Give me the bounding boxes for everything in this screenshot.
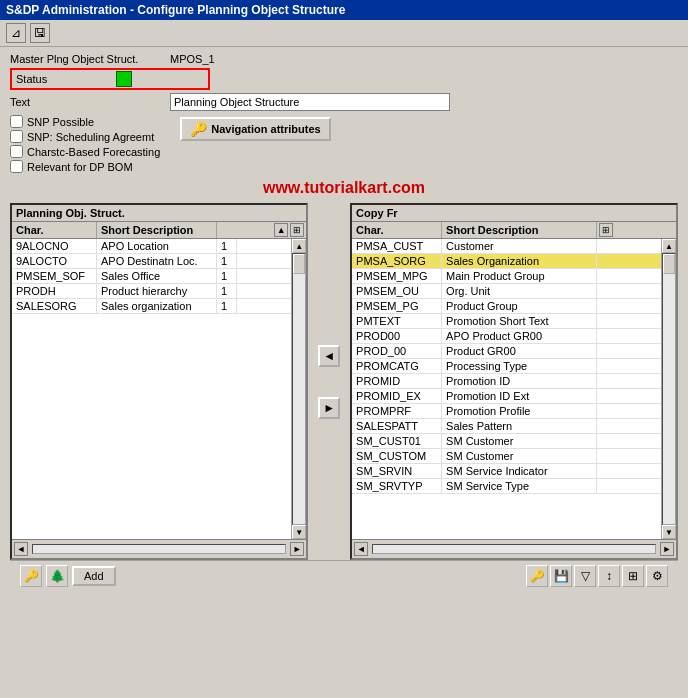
char-cell: 9ALOCTO: [12, 254, 97, 268]
bottom-tree-icon[interactable]: 🌲: [46, 565, 68, 587]
scroll-down-btn[interactable]: ▼: [292, 525, 306, 539]
right-panel: Copy Fr Char. Short Description ⊞: [350, 203, 678, 560]
checkboxes-section: SNP Possible SNP: Scheduling Agreemt Cha…: [10, 115, 160, 175]
bottom-key-icon[interactable]: 🔑: [20, 565, 42, 587]
table-row[interactable]: PROMID_EX Promotion ID Ext: [352, 389, 661, 404]
table-row[interactable]: 9ALOCTO APO Destinatn Loc. 1: [12, 254, 291, 269]
filter-icon[interactable]: ⊿: [6, 23, 26, 43]
right-scroll-thumb[interactable]: [663, 254, 675, 274]
right-arrow-btn[interactable]: ►: [318, 397, 340, 419]
left-h-scrollbar[interactable]: [32, 544, 286, 554]
right-scroll-track[interactable]: [662, 253, 676, 525]
right-footer-icon2[interactable]: ►: [660, 542, 674, 556]
table-row[interactable]: 9ALOCNO APO Location 1: [12, 239, 291, 254]
table-row[interactable]: SM_CUST01 SM Customer: [352, 434, 661, 449]
watermark: www.tutorialkart.com: [10, 179, 678, 197]
char-cell: PMSEM_MPG: [352, 269, 442, 283]
table-row[interactable]: SM_SRVTYP SM Service Type: [352, 479, 661, 494]
left-table-title: Planning Obj. Struct.: [12, 205, 306, 222]
master-row: Master Plng Object Struct. MPOS_1: [10, 53, 678, 65]
right-scroll-up-btn[interactable]: ▲: [662, 239, 676, 253]
char-cell: PMSEM_SOF: [12, 269, 97, 283]
desc-cell: SM Service Type: [442, 479, 597, 493]
main-content: Master Plng Object Struct. MPOS_1 Status…: [0, 47, 688, 597]
right-h-scrollbar[interactable]: [372, 544, 656, 554]
save-icon[interactable]: 🖫: [30, 23, 50, 43]
bottom-toolbar: 🔑 🌲 Add 🔑 💾 ▽ ↕ ⊞ ⚙: [10, 560, 678, 591]
relevant-dp-checkbox[interactable]: [10, 160, 23, 173]
num-cell: 1: [217, 254, 237, 268]
table-row[interactable]: PMSEM_SOF Sales Office 1: [12, 269, 291, 284]
left-table-body: 9ALOCNO APO Location 1 9ALOCTO APO Desti…: [12, 239, 306, 539]
add-button[interactable]: Add: [72, 566, 116, 586]
charstc-row: Charstc-Based Forecasting: [10, 145, 160, 158]
right-rows-container: PMSA_CUST Customer PMSA_SORG Sales Organ…: [352, 239, 661, 539]
left-panel: Planning Obj. Struct. Char. Short Descri…: [10, 203, 308, 560]
table-row[interactable]: SM_CUSTOM SM Customer: [352, 449, 661, 464]
nav-attributes-button[interactable]: 🔑 Navigation attributes: [180, 117, 330, 141]
table-row[interactable]: PMSEM_MPG Main Product Group: [352, 269, 661, 284]
char-cell: PMSA_SORG: [352, 254, 442, 268]
char-cell: PROD00: [352, 329, 442, 343]
status-indicator[interactable]: [116, 71, 132, 87]
table-row[interactable]: PRODH Product hierarchy 1: [12, 284, 291, 299]
char-cell: PROMPRF: [352, 404, 442, 418]
table-row[interactable]: PROMID Promotion ID: [352, 374, 661, 389]
bottom-key-icon2[interactable]: 🔑: [526, 565, 548, 587]
bottom-columns-icon[interactable]: ⊞: [622, 565, 644, 587]
left-header-desc: Short Description: [97, 222, 217, 238]
right-header-char: Char.: [352, 222, 442, 238]
bottom-filter-icon[interactable]: ▽: [574, 565, 596, 587]
bottom-settings-icon[interactable]: ⚙: [646, 565, 668, 587]
title-text: S&DP Administration - Configure Planning…: [6, 3, 345, 17]
table-row[interactable]: PROD_00 Product GR00: [352, 344, 661, 359]
snp-scheduling-checkbox[interactable]: [10, 130, 23, 143]
table-row[interactable]: PMSA_CUST Customer: [352, 239, 661, 254]
text-input[interactable]: [170, 93, 450, 111]
table-row[interactable]: PROMCATG Processing Type: [352, 359, 661, 374]
bottom-sort-icon[interactable]: ↕: [598, 565, 620, 587]
left-footer-icon1[interactable]: ◄: [14, 542, 28, 556]
charstc-checkbox[interactable]: [10, 145, 23, 158]
right-table-body: PMSA_CUST Customer PMSA_SORG Sales Organ…: [352, 239, 676, 539]
right-columns-icon[interactable]: ⊞: [599, 223, 613, 237]
left-footer-icon2[interactable]: ►: [290, 542, 304, 556]
table-row-selected[interactable]: PMSA_SORG Sales Organization: [352, 254, 661, 269]
table-row[interactable]: SM_SRVIN SM Service Indicator: [352, 464, 661, 479]
desc-cell: APO Product GR00: [442, 329, 597, 343]
desc-cell: Product hierarchy: [97, 284, 217, 298]
columns-icon[interactable]: ⊞: [290, 223, 304, 237]
status-row: Status: [10, 68, 210, 90]
middle-arrows: ◄ ►: [314, 203, 344, 560]
snp-possible-checkbox[interactable]: [10, 115, 23, 128]
scroll-track[interactable]: [292, 253, 306, 525]
table-row[interactable]: PROMPRF Promotion Profile: [352, 404, 661, 419]
desc-cell: SM Service Indicator: [442, 464, 597, 478]
title-bar: S&DP Administration - Configure Planning…: [0, 0, 688, 20]
right-scroll-down-btn[interactable]: ▼: [662, 525, 676, 539]
table-row[interactable]: SALESORG Sales organization 1: [12, 299, 291, 314]
table-row[interactable]: PMSEM_OU Org. Unit: [352, 284, 661, 299]
left-arrow-btn[interactable]: ◄: [318, 345, 340, 367]
right-scrollbar[interactable]: ▲ ▼: [661, 239, 676, 539]
right-footer-icon1[interactable]: ◄: [354, 542, 368, 556]
snp-scheduling-label: SNP: Scheduling Agreemt: [27, 131, 154, 143]
table-row[interactable]: PROD00 APO Product GR00: [352, 329, 661, 344]
table-row[interactable]: PMTEXT Promotion Short Text: [352, 314, 661, 329]
master-value: MPOS_1: [170, 53, 215, 65]
scroll-up-btn[interactable]: ▲: [292, 239, 306, 253]
sort-icon[interactable]: ▲: [274, 223, 288, 237]
left-scrollbar[interactable]: ▲ ▼: [291, 239, 306, 539]
text-label: Text: [10, 96, 170, 108]
nav-button-label: Navigation attributes: [211, 123, 320, 135]
char-cell: SM_SRVTYP: [352, 479, 442, 493]
scroll-thumb[interactable]: [293, 254, 305, 274]
char-cell: SM_CUST01: [352, 434, 442, 448]
table-row[interactable]: PMSEM_PG Product Group: [352, 299, 661, 314]
char-cell: PMSEM_PG: [352, 299, 442, 313]
table-row[interactable]: SALESPATT Sales Pattern: [352, 419, 661, 434]
desc-cell: Processing Type: [442, 359, 597, 373]
relevant-dp-label: Relevant for DP BOM: [27, 161, 133, 173]
desc-cell: SM Customer: [442, 449, 597, 463]
bottom-save-icon[interactable]: 💾: [550, 565, 572, 587]
